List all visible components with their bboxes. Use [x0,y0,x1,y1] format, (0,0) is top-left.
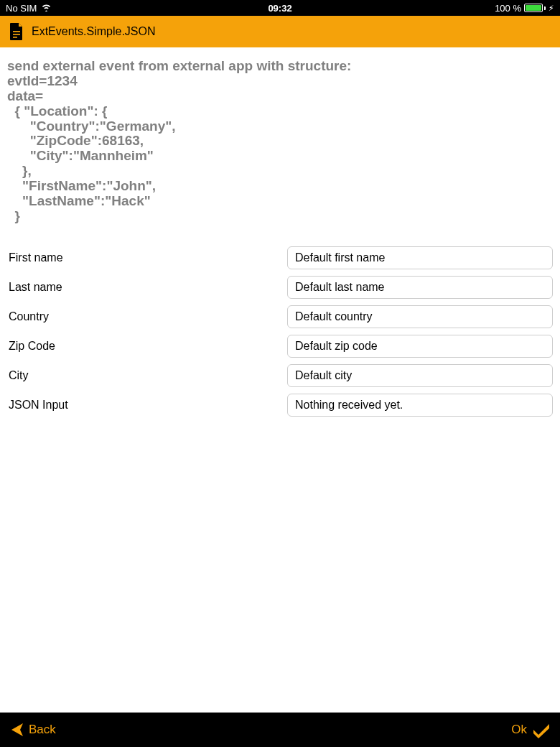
instruction-line: "FirstName":"John", [7,178,156,193]
instruction-line: "ZipCode":68163, [7,133,144,148]
charging-icon: ⚡︎ [549,4,554,13]
check-icon [531,721,551,738]
form-row-firstname: First name [7,246,553,271]
wifi-icon [41,3,52,14]
lastname-input[interactable] [287,276,553,299]
svg-rect-1 [13,34,20,35]
document-icon [9,22,24,41]
firstname-input[interactable] [287,246,553,269]
status-time: 09:32 [268,3,291,14]
form-row-zipcode: Zip Code [7,334,553,359]
form-row-city: City [7,363,553,389]
back-label: Back [29,723,56,737]
status-left: No SIM [6,3,52,14]
content-area: send external event from external app wi… [0,47,560,430]
ok-button[interactable]: Ok [511,721,551,738]
zipcode-label: Zip Code [7,340,287,353]
form-row-jsoninput: JSON Input [7,393,553,418]
city-label: City [7,369,287,382]
zipcode-input[interactable] [287,335,553,358]
ok-label: Ok [511,723,527,737]
status-right: 100 % ⚡︎ [495,3,554,14]
country-label: Country [7,310,287,323]
jsoninput-label: JSON Input [7,399,287,412]
back-button[interactable]: Back [9,721,56,738]
instruction-line: "City":"Mannheim" [7,148,154,163]
battery-icon [524,4,546,12]
instruction-line: }, [7,163,32,178]
svg-rect-0 [13,31,20,32]
instruction-line: "LastName":"Hack" [7,193,151,208]
city-input[interactable] [287,364,553,387]
jsoninput-input[interactable] [287,394,553,417]
instruction-line: { "Location": { [7,103,107,119]
instruction-line: "Country":"Germany", [7,119,176,134]
header-bar: ExtEvents.Simple.JSON [0,16,560,47]
instruction-line: data= [7,88,43,103]
page-title: ExtEvents.Simple.JSON [32,25,156,38]
country-input[interactable] [287,305,553,328]
carrier-text: No SIM [6,3,37,14]
form-row-country: Country [7,305,553,330]
lastname-label: Last name [7,281,287,294]
instruction-line: send external event from external app wi… [7,58,351,73]
battery-percent: 100 % [495,3,521,14]
back-arrow-icon [9,721,24,738]
firstname-label: First name [7,251,287,264]
instruction-line: evtId=1234 [7,73,78,88]
svg-rect-2 [13,37,17,38]
instructions-text: send external event from external app wi… [7,59,553,224]
bottom-bar: Back Ok [0,713,560,747]
form-row-lastname: Last name [7,275,553,300]
status-bar: No SIM 09:32 100 % ⚡︎ [0,0,560,16]
form-area: First name Last name Country Zip Code Ci… [7,246,553,418]
instruction-line: } [7,208,20,223]
